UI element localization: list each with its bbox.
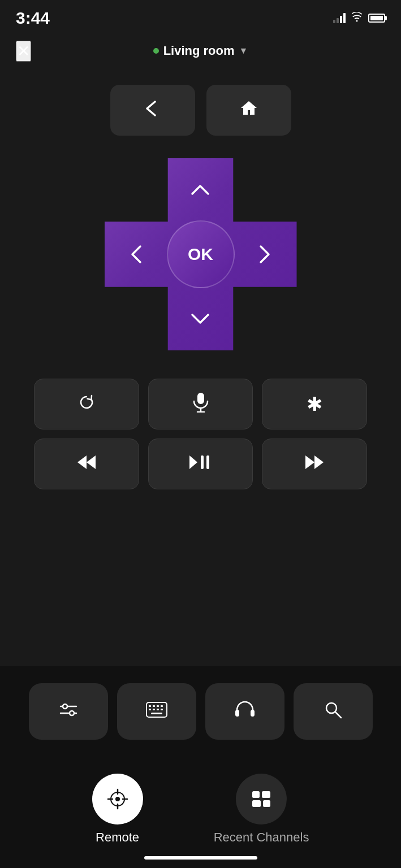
play-pause-icon	[188, 454, 213, 474]
svg-rect-21	[157, 709, 159, 710]
svg-rect-20	[153, 709, 155, 710]
svg-rect-35	[262, 791, 270, 798]
search-icon	[324, 701, 342, 723]
ok-label: OK	[188, 245, 213, 264]
remote-nav-icon	[92, 774, 143, 824]
svg-marker-9	[314, 455, 324, 469]
rewind-button[interactable]	[34, 439, 139, 489]
svg-rect-37	[263, 800, 270, 807]
svg-rect-23	[151, 713, 162, 714]
svg-rect-15	[149, 705, 151, 707]
dpad-ok-button[interactable]: OK	[167, 220, 235, 288]
nav-item-recent-channels[interactable]: Recent Channels	[214, 774, 309, 845]
dpad: OK	[105, 158, 297, 350]
svg-point-13	[70, 711, 74, 715]
keyboard-icon	[146, 702, 167, 722]
bottom-nav: Remote Recent Channels	[23, 762, 378, 845]
svg-marker-8	[305, 455, 314, 469]
status-time: 3:44	[16, 8, 50, 28]
search-button[interactable]	[294, 683, 373, 740]
fast-forward-icon	[304, 454, 325, 474]
chevron-down-icon: ▼	[239, 46, 248, 56]
signal-icon	[333, 13, 346, 23]
home-button[interactable]	[206, 85, 291, 136]
microphone-icon	[193, 392, 209, 416]
replay-icon	[77, 393, 96, 415]
battery-icon	[368, 14, 385, 23]
back-arrow-icon	[143, 100, 163, 121]
status-bar: 3:44	[0, 0, 401, 34]
svg-marker-3	[87, 455, 96, 469]
close-button[interactable]: ✕	[16, 41, 31, 62]
home-icon	[240, 99, 258, 121]
headphones-icon	[235, 700, 255, 723]
room-selector[interactable]: Living room ▼	[153, 44, 248, 58]
status-icons	[333, 12, 385, 25]
svg-rect-7	[206, 455, 209, 469]
svg-rect-22	[161, 709, 163, 710]
rewind-icon	[76, 454, 97, 474]
fast-forward-button[interactable]	[262, 439, 367, 489]
dpad-left-button[interactable]	[105, 222, 168, 287]
equalizer-icon	[59, 702, 77, 722]
svg-line-27	[335, 712, 341, 718]
utility-buttons	[23, 683, 378, 740]
asterisk-icon: ✱	[307, 393, 322, 415]
nav-item-remote[interactable]: Remote	[92, 774, 143, 845]
svg-marker-4	[77, 455, 87, 469]
equalizer-button[interactable]	[29, 683, 108, 740]
dpad-right-button[interactable]	[233, 222, 296, 287]
top-buttons	[0, 68, 401, 147]
home-indicator	[144, 856, 257, 860]
svg-rect-19	[149, 709, 151, 710]
svg-rect-0	[197, 393, 204, 404]
media-row-2	[34, 439, 367, 489]
room-name: Living room	[163, 44, 235, 58]
options-button[interactable]: ✱	[262, 379, 367, 429]
recent-channels-nav-label: Recent Channels	[214, 830, 309, 845]
recent-channels-nav-icon	[236, 774, 287, 824]
svg-rect-18	[161, 705, 163, 707]
svg-rect-36	[252, 800, 261, 807]
microphone-button[interactable]	[148, 379, 253, 429]
svg-marker-5	[189, 455, 197, 469]
remote-nav-label: Remote	[96, 830, 139, 845]
svg-rect-17	[157, 705, 159, 707]
dpad-container: OK	[0, 147, 401, 373]
svg-rect-16	[153, 705, 155, 707]
keyboard-button[interactable]	[117, 683, 196, 740]
header: ✕ Living room ▼	[0, 34, 401, 68]
play-pause-button[interactable]	[148, 439, 253, 489]
svg-rect-25	[251, 710, 255, 717]
room-status-dot	[153, 48, 159, 54]
back-button[interactable]	[110, 85, 195, 136]
svg-rect-34	[252, 791, 260, 798]
svg-point-29	[115, 797, 120, 801]
dpad-up-button[interactable]	[168, 158, 234, 222]
wifi-icon	[350, 12, 364, 25]
media-row-1: ✱	[34, 379, 367, 429]
svg-rect-24	[235, 710, 239, 717]
media-controls: ✱	[0, 379, 401, 489]
svg-rect-6	[201, 455, 204, 469]
bottom-area: Remote Recent Channels	[0, 666, 401, 868]
dpad-down-button[interactable]	[168, 287, 234, 350]
replay-button[interactable]	[34, 379, 139, 429]
svg-point-11	[63, 704, 67, 709]
headphones-button[interactable]	[205, 683, 284, 740]
